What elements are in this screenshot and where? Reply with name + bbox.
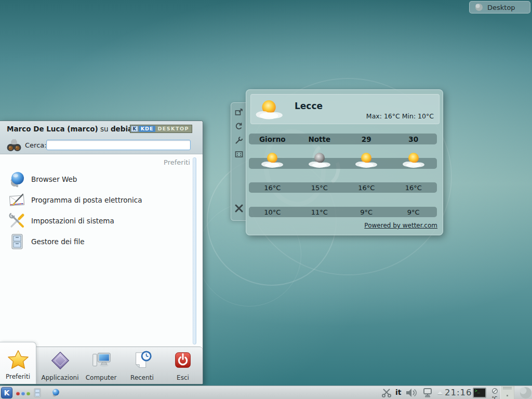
temp-value: 16°C (390, 184, 437, 192)
tab-applicazioni[interactable]: Applicazioni (39, 347, 81, 384)
weather-credit-link[interactable]: Powered by wetter.com (364, 222, 437, 229)
temp-value: 10°C (249, 208, 296, 216)
tab-preferiti[interactable]: Preferiti (0, 342, 36, 384)
favorite-item-label: Browser Web (31, 175, 77, 183)
favorite-item-label: Gestore dei file (31, 237, 85, 246)
scrollbar[interactable] (193, 157, 196, 344)
recent-documents-icon (131, 350, 153, 371)
temp-value: 16°C (343, 184, 390, 192)
dot-blue-icon[interactable] (21, 392, 25, 395)
weather-maxmin: Max: 16°C Min: 10°C (366, 112, 434, 120)
cashew-icon (475, 3, 483, 11)
file-manager-launcher-icon[interactable] (32, 388, 43, 398)
quicklaunch-dots[interactable] (16, 392, 30, 395)
favorite-item-browser[interactable]: Browser Web (0, 169, 192, 190)
system-settings-icon (8, 212, 26, 230)
email-icon (8, 191, 26, 209)
file-manager-icon (8, 233, 26, 250)
tray-expander-icon[interactable] (437, 391, 443, 394)
web-browser-icon (8, 170, 26, 188)
sun-cloud-icon (254, 98, 286, 122)
no-data-icon (491, 388, 498, 394)
favorites-section-label: Preferiti (164, 158, 190, 166)
close-icon[interactable] (234, 204, 244, 213)
favorite-item-email[interactable]: Programma di posta elettronica (0, 190, 192, 210)
kickoff-header: Marco De Luca (marco) su debian K KDE DE… (0, 121, 203, 154)
kickoff-tab-bar: Preferiti Applicazioni Computer (0, 347, 203, 384)
dot-green-icon[interactable] (26, 392, 30, 395)
weather-col: 29 (343, 135, 390, 143)
temp-value: 9°C (343, 208, 390, 216)
computer-icon (90, 350, 112, 371)
rotate-icon[interactable] (235, 122, 243, 130)
web-browser-launcher-icon[interactable] (51, 388, 60, 397)
temp-value: 15°C (296, 184, 343, 192)
star-icon (7, 349, 29, 370)
kde-menu-button[interactable]: K (1, 387, 12, 398)
weather-condition-icon (296, 151, 343, 170)
weather-widget[interactable]: Lecce Max: 16°C Min: 10°C Giorno Notte 2… (246, 89, 443, 235)
desktop-toolbox[interactable]: Desktop (469, 1, 530, 14)
weather-condition-icon (390, 151, 437, 170)
weather-tray-icon[interactable]: °C (489, 387, 500, 399)
weather-col: 30 (390, 135, 437, 143)
desktop-toolbox-label: Desktop (487, 4, 515, 11)
kde-desktop-badge: K KDE DESKTOP (130, 125, 192, 133)
search-label: Cerca: (25, 141, 47, 149)
power-icon (172, 350, 194, 371)
clock[interactable]: 21:16 (445, 388, 472, 397)
tab-recenti[interactable]: Recenti (122, 347, 163, 384)
favorites-list: Browser Web Programma di posta elettroni… (0, 169, 192, 252)
kde-logo-icon: K (131, 126, 138, 132)
tab-computer[interactable]: Computer (81, 347, 122, 384)
dot-red-icon[interactable] (16, 392, 20, 395)
favorite-item-file-manager[interactable]: Gestore dei file (0, 231, 192, 252)
network-monitor-icon[interactable] (422, 388, 433, 397)
configure-wrench-icon[interactable] (235, 136, 243, 144)
weather-col: Notte (296, 135, 343, 143)
temp-value: 16°C (249, 184, 296, 192)
weather-column-headers: Giorno Notte 29 30 (249, 134, 437, 144)
temp-value: 11°C (296, 208, 343, 216)
tab-label: Esci (163, 374, 203, 381)
clipboard-scissors-icon[interactable] (381, 388, 392, 397)
search-binoculars-icon (6, 138, 22, 153)
taskbar-panel: K it 21:16 >_ °C (0, 385, 532, 399)
maximize-icon[interactable] (235, 150, 243, 158)
plasmoid-handle[interactable] (231, 102, 246, 221)
temp-value: 9°C (390, 208, 437, 216)
volume-icon[interactable] (406, 388, 418, 397)
favorite-item-label: Impostazioni di sistema (31, 217, 114, 225)
tab-label: Applicazioni (39, 374, 81, 381)
user-name: Marco De Luca (marco) (7, 125, 98, 133)
weather-night-temps: 10°C 11°C 9°C 9°C (249, 207, 437, 217)
weather-header: Lecce Max: 16°C Min: 10°C (250, 94, 440, 124)
weather-conditions-row (249, 158, 437, 169)
weather-col: Giorno (249, 135, 296, 143)
user-identity: Marco De Luca (marco) su debian (7, 125, 138, 133)
weather-city: Lecce (295, 101, 323, 111)
search-input[interactable] (46, 140, 191, 150)
resize-icon[interactable] (235, 108, 243, 116)
kickoff-menu: Marco De Luca (marco) su debian K KDE DE… (0, 121, 203, 384)
terminal-tray-icon[interactable]: >_ (473, 388, 486, 398)
tab-label: Recenti (122, 374, 163, 381)
panel-calendar-strip[interactable] (500, 386, 514, 399)
keyboard-layout-indicator[interactable]: it (395, 388, 402, 396)
favorite-item-label: Programma di posta elettronica (31, 196, 142, 204)
tab-esci[interactable]: Esci (163, 347, 203, 384)
tab-label: Computer (81, 374, 122, 381)
favorite-item-system-settings[interactable]: Impostazioni di sistema (0, 210, 192, 231)
weather-condition-icon (249, 151, 296, 170)
applications-icon (49, 350, 71, 371)
panel-toolbox-cashew-icon[interactable] (517, 386, 532, 399)
weather-day-temps: 16°C 15°C 16°C 16°C (249, 182, 437, 193)
weather-condition-icon (343, 151, 390, 170)
tab-label: Preferiti (0, 373, 36, 380)
